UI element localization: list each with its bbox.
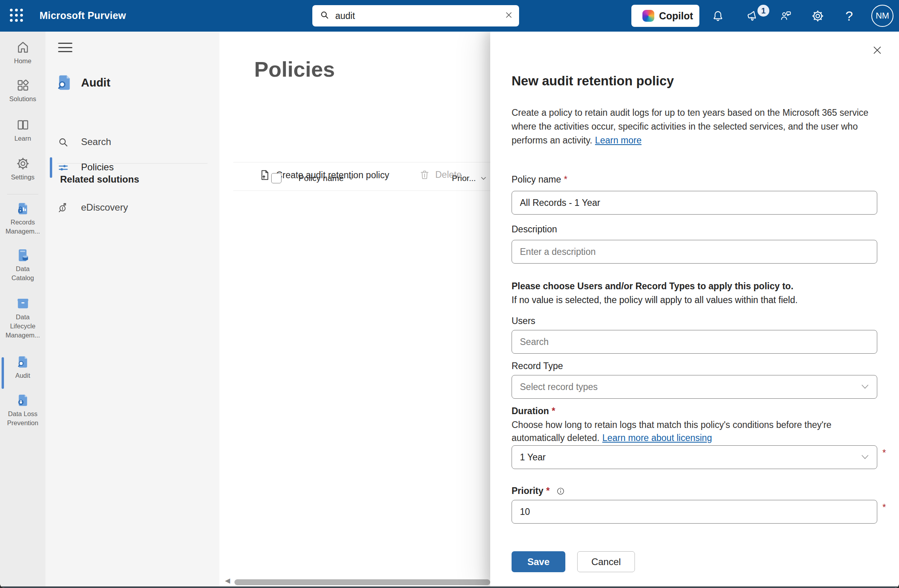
notifications-bell-icon[interactable]: [707, 0, 729, 32]
table-header-divider: [233, 190, 490, 191]
rail-item-settings[interactable]: Settings: [0, 156, 45, 182]
nav-collapse-icon[interactable]: [58, 42, 72, 53]
column-header-priority[interactable]: Prior...: [452, 173, 486, 183]
info-icon[interactable]: [556, 487, 565, 496]
search-icon: [319, 10, 330, 22]
copilot-button[interactable]: Copilot: [631, 5, 699, 27]
rail-item-learn[interactable]: Learn: [0, 118, 45, 143]
users-search-input[interactable]: [512, 330, 877, 354]
data-loss-prevention-icon: [16, 393, 30, 407]
new-policy-panel: New audit retention policy Create a poli…: [490, 32, 899, 588]
rail-item-solutions[interactable]: Solutions: [0, 78, 45, 104]
panel-title: New audit retention policy: [512, 74, 877, 89]
search-input[interactable]: [335, 11, 504, 21]
audit-header-icon: [55, 74, 74, 92]
priority-required-marker: *: [882, 502, 886, 513]
save-button[interactable]: Save: [512, 551, 565, 572]
app-window: Microsoft Purview Copilot: [0, 0, 899, 588]
related-solutions-header: Related solutions: [60, 174, 139, 185]
hscroll-left-arrow[interactable]: ◀: [225, 577, 230, 585]
cancel-button[interactable]: Cancel: [577, 551, 635, 572]
duration-select[interactable]: 1 Year: [512, 445, 877, 469]
nav-selected-indicator: [50, 157, 52, 178]
app-launcher-icon[interactable]: [10, 9, 25, 23]
rail-item-data-catalog[interactable]: Data Catalog: [0, 248, 45, 283]
nav-divider: [57, 163, 208, 164]
hscroll-thumb[interactable]: [234, 579, 490, 585]
panel-close-icon[interactable]: [871, 43, 884, 57]
chevron-down-icon: [348, 177, 354, 180]
search-clear-icon[interactable]: [504, 10, 514, 21]
rail-item-home[interactable]: Home: [0, 40, 45, 66]
users-label: Users: [512, 315, 877, 327]
choose-subtext: If no value is selected, the policy will…: [512, 295, 877, 305]
data-catalog-icon: [16, 248, 30, 262]
description-input[interactable]: [512, 240, 877, 264]
chevron-down-icon: [861, 454, 869, 460]
toolbar-divider: [233, 162, 490, 162]
nav-header-audit: Audit: [45, 73, 219, 95]
page-title: Policies: [254, 57, 335, 81]
policy-name-label: Policy name*: [512, 173, 877, 185]
table-header-row: Policy name Prior...: [219, 171, 496, 190]
notification-badge: 1: [757, 5, 769, 17]
choose-heading: Please choose Users and/or Record Types …: [512, 281, 877, 292]
column-header-policy-name[interactable]: Policy name: [298, 173, 354, 183]
learn-icon: [16, 118, 30, 132]
duration-label: Duration*: [512, 405, 877, 417]
copilot-icon: [642, 10, 654, 22]
feedback-icon[interactable]: [775, 0, 797, 32]
copilot-label: Copilot: [659, 10, 693, 22]
data-lifecycle-icon: [16, 296, 30, 311]
nav-item-ediscovery[interactable]: eDiscovery: [45, 197, 219, 219]
search-icon: [57, 136, 69, 148]
licensing-link[interactable]: Learn more about licensing: [602, 433, 712, 443]
chevron-down-icon: [861, 384, 869, 389]
record-type-label: Record Type: [512, 360, 877, 372]
left-rail: Home Solutions Learn: [0, 32, 45, 586]
help-icon[interactable]: ?: [838, 0, 860, 32]
app-title: Microsoft Purview: [40, 10, 126, 21]
chevron-down-icon: [481, 177, 486, 180]
duration-required-marker: *: [882, 448, 886, 458]
rail-item-audit[interactable]: Audit: [0, 355, 45, 380]
priority-input[interactable]: [512, 500, 877, 524]
solutions-icon: [16, 78, 30, 92]
records-management-icon: [16, 202, 30, 216]
duration-description: Choose how long to retain logs that matc…: [512, 418, 877, 445]
global-search[interactable]: [312, 5, 519, 26]
panel-intro: Create a policy to retain audit logs for…: [512, 106, 877, 147]
description-label: Description: [512, 223, 877, 235]
settings-icon: [16, 156, 30, 171]
solution-nav: Audit Search Policies Related solutions: [45, 32, 219, 586]
rail-item-records-management[interactable]: Records Managem...: [0, 202, 45, 236]
rail-divider: [7, 194, 38, 194]
rail-item-data-lifecycle[interactable]: Data Lifecycle Managem...: [0, 296, 45, 340]
policy-name-input[interactable]: [512, 191, 877, 215]
learn-more-link[interactable]: Learn more: [595, 135, 642, 145]
window-bottom-edge: [0, 586, 899, 588]
select-all-checkbox[interactable]: [271, 173, 281, 183]
priority-label: Priority*: [512, 485, 877, 497]
home-icon: [16, 40, 30, 55]
record-type-select[interactable]: Select record types: [512, 375, 877, 399]
top-bar: Microsoft Purview Copilot: [0, 0, 899, 32]
settings-gear-icon[interactable]: [806, 0, 829, 32]
rail-item-data-loss-prevention[interactable]: Data Loss Prevention: [0, 393, 45, 428]
account-avatar[interactable]: NM: [871, 5, 893, 27]
audit-icon: [16, 355, 30, 369]
nav-item-search[interactable]: Search: [45, 131, 219, 153]
ediscovery-icon: [57, 202, 69, 214]
